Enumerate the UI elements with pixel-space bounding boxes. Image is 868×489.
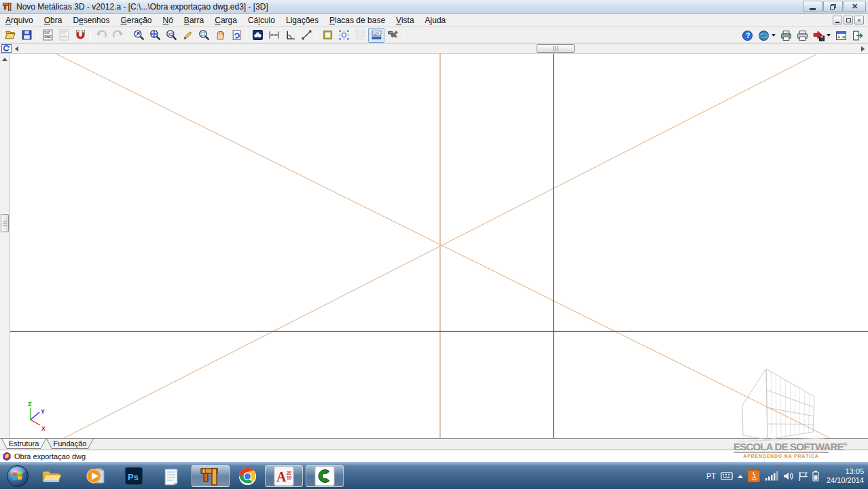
export-dropdown-arrow[interactable] [827, 34, 831, 37]
angle-reference-button[interactable] [282, 28, 298, 43]
taskbar-chrome[interactable] [228, 465, 266, 487]
menu-vista[interactable]: Vista [391, 14, 419, 27]
undo-button[interactable] [93, 28, 109, 43]
show-hidden-icons-button[interactable] [738, 475, 743, 478]
restore-button[interactable] [823, 1, 843, 12]
menu-ajuda[interactable]: Ajuda [420, 14, 452, 27]
dimensions-toggle-button[interactable]: 124 [368, 28, 384, 43]
photoshop-icon: Ps [124, 467, 143, 486]
magnet-snap-button[interactable] [72, 28, 88, 43]
action-center-flag-icon[interactable] [799, 471, 808, 482]
import-dxf-dwg-button[interactable]: DXF DWG [39, 28, 56, 43]
print-config-button[interactable] [778, 28, 794, 43]
tools-button[interactable] [384, 28, 401, 43]
frame-square-button[interactable] [319, 28, 336, 43]
language-indicator[interactable]: PT [706, 472, 716, 480]
save-button[interactable] [18, 28, 35, 43]
angle-icon [285, 29, 296, 41]
menu-obra[interactable]: Obra [39, 14, 68, 27]
taskbar-windows-explorer[interactable] [33, 465, 71, 487]
minimize-button[interactable] [803, 1, 822, 12]
java-update-icon[interactable] [748, 470, 760, 482]
vertical-scroll-thumb[interactable] [1, 214, 9, 232]
zoom-extents-button[interactable] [147, 28, 163, 43]
language-globe-button[interactable] [755, 28, 772, 43]
taskbar-photoshop[interactable]: Ps [115, 465, 153, 487]
menu-nó[interactable]: Nó [158, 14, 179, 27]
find-button[interactable] [249, 28, 266, 43]
scroll-left-arrow[interactable] [15, 46, 18, 52]
dxf-dwg-disabled-icon: DXF DWG [58, 29, 70, 41]
metalicas-3d-icon [200, 466, 221, 486]
taskbar-autocad-2010[interactable]: A 20 10 [265, 465, 303, 487]
export-data-button[interactable] [810, 28, 827, 43]
svg-text:DWG: DWG [44, 35, 52, 39]
battery-icon[interactable] [812, 471, 819, 482]
application-window: Novo Metálicas 3D - v2012.a - [C:\...\Ob… [0, 0, 868, 489]
menu-geração[interactable]: Geração [115, 14, 157, 27]
close-button[interactable]: ✕ [844, 1, 866, 12]
redo-button[interactable] [109, 28, 126, 43]
zoom-window-button[interactable] [130, 28, 147, 43]
menu-carga[interactable]: Carga [209, 14, 242, 27]
tab-estrutura[interactable]: Estrutura [1, 439, 46, 449]
zoom-double-button[interactable]: x2 [163, 28, 179, 43]
toolbar-separator [403, 29, 403, 41]
menu-desenhos[interactable]: Desenhos [67, 14, 115, 27]
menu-arquivo[interactable]: Arquivo [0, 14, 39, 27]
redo-icon [112, 29, 124, 41]
pencil-icon [182, 29, 194, 41]
network-signal-icon[interactable] [765, 471, 778, 481]
help-button[interactable]: ? [739, 28, 755, 43]
dxf-dwg-icon: DXF DWG [42, 29, 54, 41]
binoculars-icon [252, 29, 264, 41]
restore-icon [830, 4, 836, 10]
dimension-diagonal-button[interactable] [298, 28, 314, 43]
menu-barra[interactable]: Barra [179, 14, 209, 27]
grid-button[interactable] [352, 28, 368, 43]
mdi-close-button[interactable]: × [854, 16, 864, 24]
grid-icon [355, 29, 366, 41]
mdi-restore-button[interactable] [844, 16, 853, 24]
globe-dropdown-arrow[interactable] [772, 34, 776, 37]
horizontal-scroll-thumb[interactable] [537, 44, 575, 53]
rotate-icon [3, 45, 10, 52]
node-selection-icon [338, 29, 350, 41]
export-dxf-dwg-button[interactable]: DXF DWG [56, 28, 72, 43]
volume-icon[interactable] [783, 471, 794, 481]
toolbar-separator [317, 29, 317, 41]
measure-button[interactable] [266, 28, 282, 43]
close-window-button[interactable] [849, 28, 865, 43]
node-selection-button[interactable] [336, 28, 352, 43]
clock-time: 13:05 [827, 467, 864, 476]
taskbar-media-player[interactable] [76, 465, 114, 487]
open-folder-icon [5, 29, 16, 41]
taskbar-notepad[interactable] [152, 465, 190, 487]
clock[interactable]: 13:05 24/10/2014 [827, 467, 864, 485]
start-button[interactable] [6, 465, 29, 488]
rotate-view-button[interactable] [1, 44, 12, 53]
toolbar-separator [247, 29, 247, 41]
edit-zoom-button[interactable] [179, 28, 196, 43]
pan-button[interactable] [212, 28, 228, 43]
print-button[interactable] [794, 28, 810, 43]
drawing-canvas[interactable] [10, 54, 868, 438]
magnet-icon [75, 29, 86, 41]
taskbar-cype[interactable] [306, 465, 344, 487]
open-button[interactable] [2, 28, 18, 43]
region-zoom-button[interactable] [196, 28, 212, 43]
tab-fundacao[interactable]: Fundação [46, 439, 94, 449]
redraw-button[interactable] [228, 28, 245, 43]
window-panels-button[interactable] [833, 28, 849, 43]
menu-placas-de-base[interactable]: Placas de base [324, 14, 391, 27]
menu-cálculo[interactable]: Cálculo [242, 14, 281, 27]
exit-window-icon [852, 30, 863, 41]
scroll-right-arrow[interactable] [861, 46, 865, 52]
svg-text:x2: x2 [168, 32, 173, 37]
scroll-up-arrow[interactable] [2, 58, 7, 61]
mdi-minimize-button[interactable] [833, 16, 842, 24]
taskbar-metalicas-3d[interactable] [192, 465, 230, 487]
menu-ligações[interactable]: Ligações [281, 14, 324, 27]
dimensions-ruler-icon: 124 [371, 29, 382, 41]
keyboard-icon[interactable] [721, 472, 733, 480]
